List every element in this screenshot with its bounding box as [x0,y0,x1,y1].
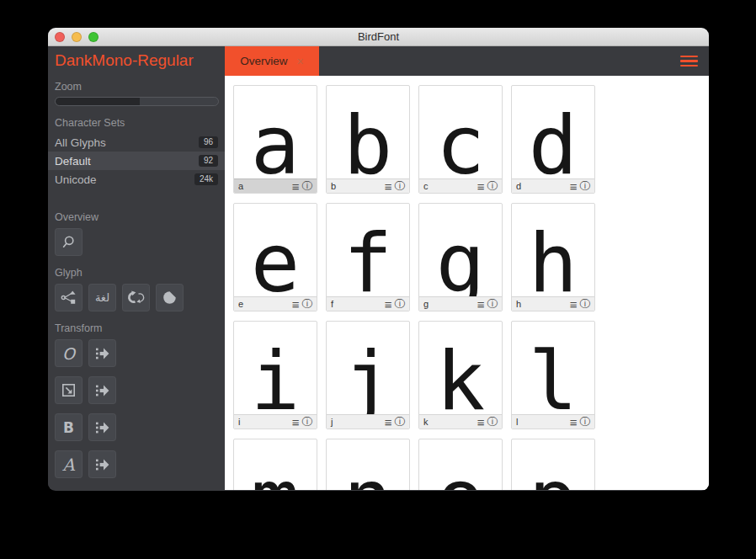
apply-italic-button[interactable] [88,450,116,478]
glyph-card[interactable]: dd≡ⓘ [511,85,595,194]
minimize-window-button[interactable] [72,32,82,42]
glyph-preview: o [419,439,502,490]
glyph-info-icon[interactable]: ⓘ [302,417,313,428]
set-label: All Glyphs [55,136,106,149]
window-title: BirdFont [358,30,399,43]
glyph-menu-icon[interactable]: ≡ [385,416,392,429]
font-name[interactable]: DankMono-Regular [55,51,218,70]
glyph-info-icon[interactable]: ⓘ [580,417,591,428]
background-contrast-button[interactable] [156,284,184,311]
glyph-card[interactable]: aa≡ⓘ [233,85,317,194]
glyph-character: j [343,349,392,414]
rotate-arrows-icon [126,290,146,305]
glyph-info-icon[interactable]: ⓘ [487,181,498,192]
glyph-name-label: a [238,181,292,191]
transform-header: Transform [55,322,218,334]
glyph-character: k [436,349,485,414]
glyph-menu-icon[interactable]: ≡ [477,416,485,429]
glyph-name-label: j [331,417,385,427]
zoom-window-button[interactable] [88,32,98,42]
oblique-button[interactable]: O [55,339,83,367]
glyph-preview: b [327,86,409,178]
hamburger-menu-icon[interactable] [680,56,698,67]
glyph-overview-canvas: aa≡ⓘbb≡ⓘcc≡ⓘdd≡ⓘee≡ⓘff≡ⓘgg≡ⓘhh≡ⓘii≡ⓘjj≡ⓘ… [225,76,709,490]
point-tools-button[interactable] [55,284,83,311]
glyph-card[interactable]: ii≡ⓘ [233,321,317,429]
glyph-card[interactable]: kk≡ⓘ [418,321,503,429]
glyph-menu-icon[interactable]: ≡ [292,416,300,429]
glyph-card-footer: l≡ⓘ [512,414,594,429]
glyph-menu-icon[interactable]: ≡ [570,416,578,429]
sidebar-item-default[interactable]: Default 92 [48,152,225,170]
glyph-info-icon[interactable]: ⓘ [395,417,406,428]
glyph-card-footer: f≡ⓘ [327,296,409,311]
glyph-info-icon[interactable]: ⓘ [487,417,498,428]
tab-close-icon[interactable]: × [297,56,304,67]
resize-button[interactable] [55,376,83,404]
glyph-name-label: d [516,181,570,191]
window-titlebar[interactable]: BirdFont [48,28,709,46]
glyph-name-label: b [331,181,385,191]
glyph-count-badge: 96 [199,136,218,148]
apply-resize-button[interactable] [88,376,116,404]
glyph-info-icon[interactable]: ⓘ [580,181,591,192]
glyph-menu-icon[interactable]: ≡ [385,180,392,193]
zoom-slider-fill [56,98,140,105]
glyph-card[interactable]: cc≡ⓘ [418,85,503,194]
glyph-card-footer: a≡ⓘ [234,178,317,193]
search-button[interactable] [55,228,83,256]
glyph-card[interactable]: bb≡ⓘ [326,85,410,194]
glyph-preview: c [419,86,502,178]
glyph-name-label: f [331,299,385,309]
glyph-card[interactable]: gg≡ⓘ [418,203,503,311]
sidebar-item-all-glyphs[interactable]: All Glyphs 96 [48,133,225,152]
rotate-flip-button[interactable] [122,284,150,311]
glyph-card-footer: c≡ⓘ [419,178,502,193]
glyph-character: o [436,466,485,490]
glyph-menu-icon[interactable]: ≡ [570,180,578,193]
glyph-card[interactable]: ll≡ⓘ [511,321,595,429]
sidebar: DankMono-Regular Zoom Character Sets All… [48,46,225,490]
glyph-info-icon[interactable]: ⓘ [302,299,313,310]
glyph-preview: f [327,204,409,296]
ligatures-button[interactable]: لغة [88,284,116,311]
glyph-card[interactable]: ff≡ⓘ [326,203,410,311]
glyph-info-icon[interactable]: ⓘ [580,299,591,310]
glyph-card[interactable]: mm≡ⓘ [233,439,317,490]
glyph-character: h [529,231,578,296]
glyph-preview: k [419,322,502,414]
italic-a-icon: A [62,455,74,475]
glyph-name-label: c [423,181,477,191]
glyph-menu-icon[interactable]: ≡ [477,180,485,193]
glyph-info-icon[interactable]: ⓘ [395,181,406,192]
apply-arrow-icon [94,383,110,398]
glyph-card[interactable]: ee≡ⓘ [233,203,317,311]
glyph-card[interactable]: jj≡ⓘ [326,321,410,429]
glyph-menu-icon[interactable]: ≡ [570,298,578,311]
glyph-card[interactable]: pp≡ⓘ [511,439,595,490]
glyph-menu-icon[interactable]: ≡ [292,180,300,193]
glyph-menu-icon[interactable]: ≡ [477,298,485,311]
apply-oblique-button[interactable] [88,339,116,367]
italic-button[interactable]: A [55,450,83,478]
glyph-card[interactable]: hh≡ⓘ [511,203,595,311]
tab-overview[interactable]: Overview × [225,46,319,76]
glyph-info-icon[interactable]: ⓘ [487,299,498,310]
glyph-info-icon[interactable]: ⓘ [302,181,313,192]
glyph-name-label: i [238,417,292,427]
glyph-info-icon[interactable]: ⓘ [395,299,406,310]
glyph-name-label: e [238,299,292,309]
sidebar-item-unicode[interactable]: Unicode 24k [48,170,225,189]
overview-header: Overview [55,211,218,223]
glyph-preview: d [512,86,594,178]
bold-button[interactable]: B [55,413,83,441]
apply-bold-button[interactable] [88,413,116,441]
glyph-menu-icon[interactable]: ≡ [385,298,392,311]
glyph-name-label: h [516,299,570,309]
glyph-card[interactable]: nn≡ⓘ [326,439,410,490]
close-window-button[interactable] [55,32,65,42]
glyph-menu-icon[interactable]: ≡ [292,298,300,311]
glyph-character: m [251,466,300,490]
glyph-card[interactable]: oo≡ⓘ [418,439,503,490]
zoom-slider[interactable] [55,97,219,106]
